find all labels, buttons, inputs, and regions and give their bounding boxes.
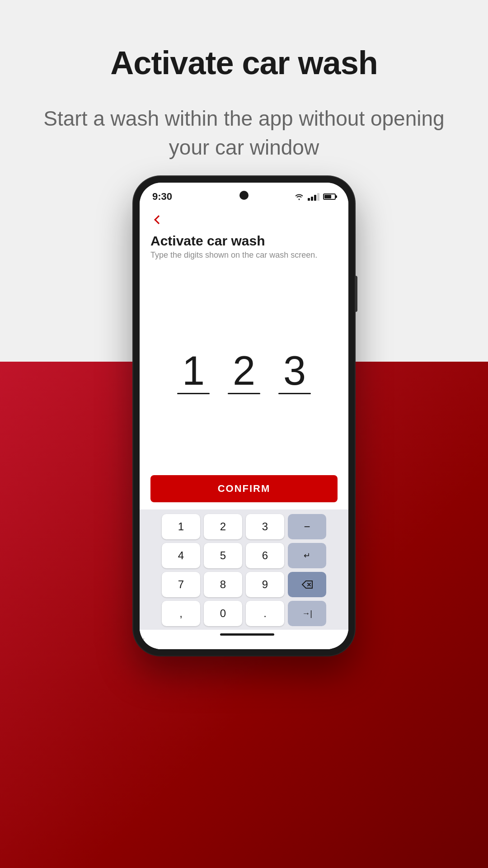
nav-header [140, 206, 348, 231]
digit-display: 1 2 3 [140, 269, 348, 475]
screen-subtitle: Type the digits shown on the car wash sc… [140, 250, 348, 269]
digit-slot-2: 2 [228, 350, 260, 394]
phone-mockup: 9:30 [133, 176, 355, 656]
digit-1: 1 [180, 350, 207, 391]
digit-2: 2 [230, 350, 258, 391]
status-icons [294, 193, 336, 201]
digit-3: 3 [281, 350, 308, 391]
back-button[interactable] [150, 212, 167, 228]
key-4[interactable]: 4 [162, 543, 200, 568]
status-time: 9:30 [152, 191, 172, 203]
keyboard-row-1: 1 2 3 − [143, 514, 345, 539]
key-7[interactable]: 7 [162, 572, 200, 597]
key-9[interactable]: 9 [246, 572, 284, 597]
key-2[interactable]: 2 [204, 514, 242, 539]
key-dot[interactable]: . [246, 601, 284, 626]
digit-underline-2 [228, 393, 260, 394]
keyboard-row-3: 7 8 9 [143, 572, 345, 597]
key-8[interactable]: 8 [204, 572, 242, 597]
digit-slot-3: 3 [278, 350, 311, 394]
home-indicator-bar [220, 633, 274, 636]
keyboard-row-4: , 0 . →| [143, 601, 345, 626]
chevron-left-icon [154, 215, 163, 224]
chevron-down-icon: ⌄ [140, 633, 145, 642]
phone-frame: 9:30 [133, 176, 355, 656]
key-minus[interactable]: − [288, 514, 326, 539]
key-enter[interactable]: ↵ [288, 543, 326, 568]
backspace-icon [301, 580, 313, 589]
home-indicator-area: ⌄ [140, 630, 348, 649]
digit-slot-1: 1 [177, 350, 210, 394]
digit-underline-3 [278, 393, 311, 394]
digit-underline-1 [177, 393, 210, 394]
keyboard-row-2: 4 5 6 ↵ [143, 543, 345, 568]
page-title: Activate car wash [0, 45, 488, 81]
screen-title: Activate car wash [140, 231, 348, 250]
screen-content: Activate car wash Type the digits shown … [140, 206, 348, 649]
keyboard: 1 2 3 − 4 5 6 ↵ 7 8 [140, 509, 348, 630]
phone-side-button [355, 276, 357, 312]
key-5[interactable]: 5 [204, 543, 242, 568]
key-0[interactable]: 0 [204, 601, 242, 626]
phone-screen: 9:30 [140, 183, 348, 649]
battery-icon [323, 193, 336, 200]
wifi-icon [294, 193, 304, 200]
key-1[interactable]: 1 [162, 514, 200, 539]
camera-notch [239, 191, 249, 200]
status-bar: 9:30 [140, 183, 348, 206]
page-subtitle: Start a wash within the app without open… [36, 104, 452, 162]
key-backspace[interactable] [288, 572, 326, 597]
confirm-button[interactable]: CONFIRM [150, 475, 338, 502]
key-tab[interactable]: →| [288, 601, 326, 626]
key-6[interactable]: 6 [246, 543, 284, 568]
key-comma[interactable]: , [162, 601, 200, 626]
key-3[interactable]: 3 [246, 514, 284, 539]
signal-icon [308, 193, 319, 201]
